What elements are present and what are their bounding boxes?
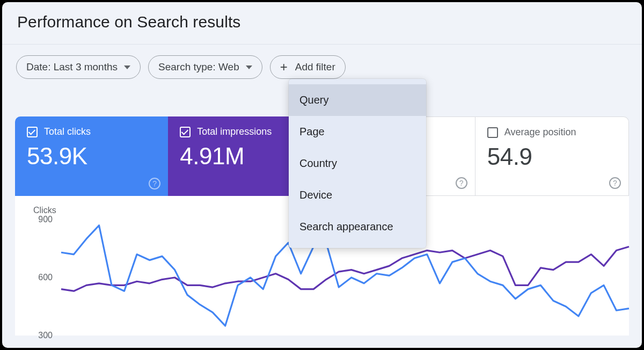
checkbox-icon — [27, 127, 38, 137]
checkbox-icon — [487, 127, 498, 138]
caret-down-icon — [246, 65, 252, 69]
series-impressions — [61, 246, 629, 291]
filter-option-device[interactable]: Device — [289, 179, 426, 211]
filter-search-type-label: Search type: Web — [158, 61, 239, 73]
add-filter-button[interactable]: + Add filter — [270, 55, 346, 79]
help-icon[interactable]: ? — [149, 178, 160, 189]
y-tick: 600 — [26, 273, 53, 282]
filter-search-type[interactable]: Search type: Web — [148, 55, 262, 79]
filter-option-query[interactable]: Query — [289, 84, 426, 116]
add-filter-dropdown: Query Page Country Device Search appeara… — [289, 79, 426, 248]
help-icon[interactable]: ? — [609, 177, 621, 189]
filter-date-label: Date: Last 3 months — [26, 61, 118, 73]
plus-icon: + — [280, 61, 288, 74]
checkbox-icon — [180, 127, 191, 137]
y-tick: 900 — [26, 215, 53, 224]
caret-down-icon — [124, 65, 130, 69]
filter-date[interactable]: Date: Last 3 months — [16, 55, 141, 79]
y-axis: 900 600 300 — [26, 220, 53, 336]
card-value: 54.9 — [487, 143, 617, 170]
filter-option-search-appearance[interactable]: Search appearance — [289, 211, 426, 243]
page-title: Performance on Search results — [17, 13, 627, 31]
card-label: Average position — [504, 127, 576, 138]
filter-option-page[interactable]: Page — [289, 116, 426, 148]
add-filter-label: Add filter — [295, 61, 335, 73]
filter-option-country[interactable]: Country — [289, 148, 426, 179]
y-tick: 300 — [26, 331, 53, 340]
card-total-clicks[interactable]: Total clicks 53.9K ? — [15, 116, 168, 196]
card-label: Total clicks — [44, 126, 91, 137]
card-value: 53.9K — [27, 143, 156, 170]
help-icon[interactable]: ? — [456, 177, 467, 189]
card-label: Total impressions — [197, 126, 272, 137]
card-average-position[interactable]: Average position 54.9 ? — [475, 116, 629, 196]
